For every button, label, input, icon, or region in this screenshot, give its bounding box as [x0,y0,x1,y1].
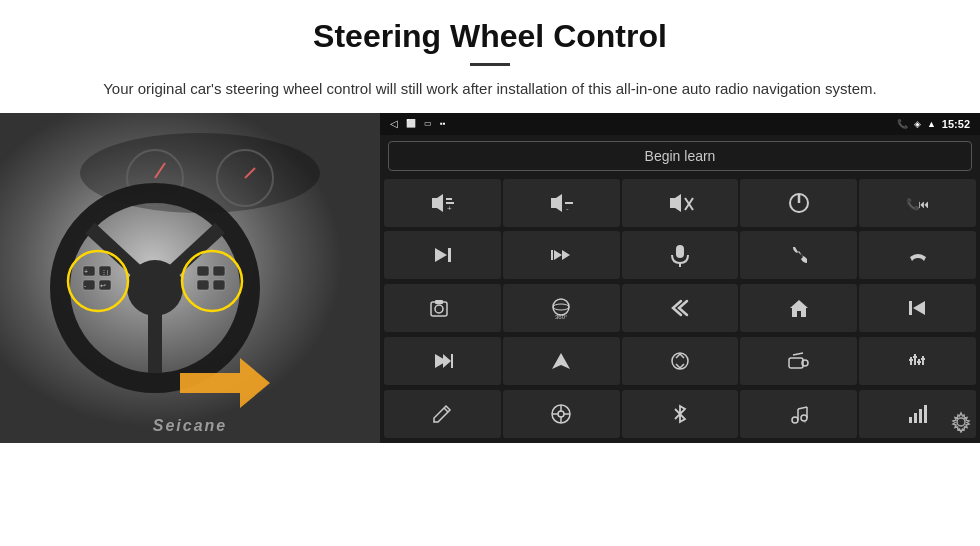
svg-marker-55 [913,301,925,315]
svg-text:+: + [84,268,88,275]
svg-line-83 [798,407,807,409]
svg-rect-88 [924,405,927,423]
home-icon: ⬜ [406,119,416,128]
back-icon: ◁ [390,118,398,129]
android-unit: ◁ ⬜ ▭ ▪▪ 📞 ◈ ▲ 15:52 Begin learn [380,113,980,443]
svg-rect-61 [789,358,803,368]
svg-text:⏮: ⏮ [918,198,929,210]
svg-rect-24 [213,280,225,290]
svg-rect-54 [909,301,912,315]
back-nav-button[interactable] [622,284,739,332]
svg-marker-40 [435,248,447,262]
svg-marker-30 [551,194,562,212]
svg-text:↩: ↩ [100,282,106,289]
svg-marker-53 [790,300,808,317]
skip-next-button[interactable] [384,337,501,385]
music-button[interactable]: * [740,390,857,438]
svg-marker-33 [670,194,681,212]
svg-text:+: + [447,204,452,213]
svg-rect-41 [448,248,451,262]
power-button[interactable] [740,179,857,227]
status-right-icons: 📞 ◈ ▲ 15:52 [897,118,970,130]
page-title: Steering Wheel Control [60,18,920,55]
phone-status-icon: 📞 [897,119,908,129]
location-icon: ◈ [914,119,921,129]
svg-rect-58 [451,354,453,368]
sd-icon: ▪▪ [440,119,446,128]
camera-button[interactable] [384,284,501,332]
call-prev-button[interactable]: 📞⏮ [859,179,976,227]
steering-bg: + ⋮| - ↩ Seicane [0,113,380,443]
svg-marker-57 [443,354,451,368]
phone-button[interactable] [740,231,857,279]
eq-button[interactable] [859,337,976,385]
content-section: + ⋮| - ↩ Seicane [0,113,980,443]
status-time: 15:52 [942,118,970,130]
svg-rect-47 [431,302,447,316]
svg-rect-22 [213,266,225,276]
begin-learn-button[interactable]: Begin learn [388,141,972,171]
vol-down-button[interactable]: - [503,179,620,227]
svg-rect-85 [909,417,912,423]
fast-forward-button[interactable] [503,231,620,279]
vol-up-button[interactable]: + [384,179,501,227]
svg-rect-23 [197,280,209,290]
wifi-icon: ▲ [927,119,936,129]
svg-point-79 [792,417,798,423]
nav-icons: ◁ ⬜ ▭ ▪▪ [390,118,446,129]
mute-button[interactable] [622,179,739,227]
svg-line-62 [793,353,803,355]
radio-button[interactable] [740,337,857,385]
360-camera-button[interactable]: 360° [503,284,620,332]
steering-image: + ⋮| - ↩ Seicane [0,113,380,443]
svg-point-48 [435,305,443,313]
svg-point-60 [672,353,688,369]
hangup-button[interactable] [859,231,976,279]
svg-line-72 [444,408,448,412]
seicane-brand: Seicane [153,417,227,435]
svg-rect-45 [676,245,684,258]
svg-rect-87 [919,409,922,423]
next-button[interactable] [384,231,501,279]
svg-rect-86 [914,413,917,423]
page-wrapper: Steering Wheel Control Your original car… [0,0,980,443]
rewind-button[interactable] [859,284,976,332]
begin-learn-row: Begin learn [380,135,980,177]
svg-marker-26 [432,194,443,212]
svg-text:*: * [804,420,806,425]
svg-marker-44 [562,250,570,260]
recent-icon: ▭ [424,119,432,128]
svg-marker-43 [554,250,562,260]
svg-point-51 [553,304,569,310]
mic-button[interactable] [622,231,739,279]
home-nav-button[interactable] [740,284,857,332]
controls-grid: + - 📞⏮ [380,177,980,443]
bluetooth-button[interactable] [622,390,739,438]
svg-marker-59 [552,353,570,369]
settings-button[interactable] [950,411,972,438]
navigate-button[interactable] [503,337,620,385]
steering-wheel-svg: + ⋮| - ↩ [0,113,380,443]
switch-button[interactable] [622,337,739,385]
svg-rect-21 [197,266,209,276]
status-bar: ◁ ⬜ ▭ ▪▪ 📞 ◈ ▲ 15:52 [380,113,980,135]
subtitle-text: Your original car's steering wheel contr… [80,78,900,101]
svg-point-89 [957,418,965,426]
edit-button[interactable] [384,390,501,438]
svg-rect-49 [435,300,443,304]
svg-text:⋮|: ⋮| [101,269,109,275]
svg-text:360°: 360° [555,314,568,320]
menu-button[interactable] [503,390,620,438]
svg-point-50 [553,299,569,315]
title-divider [470,63,510,66]
svg-point-74 [558,411,564,417]
svg-text:-: - [566,204,569,213]
header-section: Steering Wheel Control Your original car… [0,0,980,113]
